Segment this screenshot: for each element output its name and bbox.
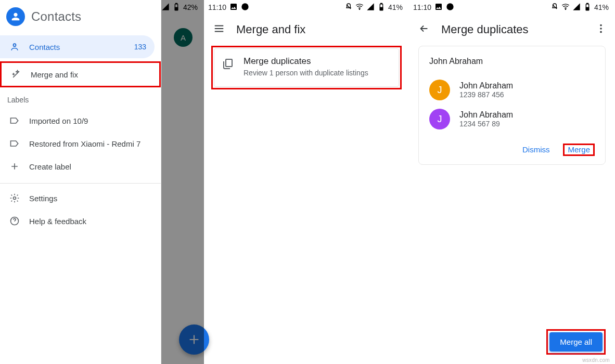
merge-duplicates-highlight: Merge duplicates Review 1 person with du… [211, 46, 402, 89]
copy-icon [222, 56, 234, 77]
label-text: Restored from Xiaomi - Redmi 7 [29, 139, 140, 148]
dnd-icon [344, 3, 353, 12]
svg-point-15 [565, 9, 566, 9]
status-time: 11:10 [413, 3, 431, 11]
nav-label: Merge and fix [31, 70, 78, 79]
screen-title: Merge duplicates [441, 23, 529, 36]
svg-point-5 [14, 44, 16, 46]
label-restored[interactable]: Restored from Xiaomi - Redmi 7 [0, 132, 161, 155]
contact-name: John Abraham [459, 81, 513, 90]
labels-header: Labels [0, 87, 161, 109]
create-label[interactable]: Create label [0, 155, 161, 178]
gear-icon [9, 193, 20, 203]
battery-pct: 41% [388, 3, 403, 11]
contact-phone: 1239 887 456 [459, 90, 513, 99]
navigation-drawer: Contacts Contacts 133 Merge and fix Labe… [0, 0, 161, 364]
wifi-icon [561, 3, 570, 12]
signal-icon [161, 3, 170, 12]
contact-name: John Abraham [459, 110, 513, 120]
signal-icon [366, 3, 375, 12]
card-subtitle: Review 1 person with duplicate listings [244, 69, 368, 77]
screen-1-contacts-drawer: 10:48 42% A Contacts Contacts 133 [0, 0, 204, 364]
merge-highlight: Merge [563, 144, 595, 156]
drawer-title: Contacts [31, 9, 81, 24]
status-time: 11:10 [208, 3, 226, 11]
label-icon [9, 115, 20, 126]
hamburger-menu-icon[interactable] [213, 23, 225, 36]
svg-point-8 [241, 3, 248, 10]
svg-rect-3 [175, 7, 177, 10]
overflow-menu-icon[interactable] [595, 23, 607, 36]
svg-point-14 [446, 3, 453, 10]
battery-pct: 42% [183, 3, 198, 11]
dnd-icon [550, 3, 559, 12]
contacts-count: 133 [134, 43, 146, 51]
svg-point-9 [359, 9, 360, 9]
svg-point-20 [600, 28, 602, 30]
nav-item-settings[interactable]: Settings [0, 187, 161, 210]
nav-item-help[interactable]: Help & feedback [0, 210, 161, 232]
svg-rect-18 [587, 3, 588, 4]
image-icon [434, 3, 443, 12]
duplicate-card: John Abraham J John Abraham 1239 887 456… [418, 46, 606, 165]
merge-all-highlight: Merge all [546, 329, 606, 355]
svg-rect-13 [226, 59, 232, 67]
label-icon [9, 138, 20, 149]
facebook-icon [241, 3, 249, 12]
merge-duplicates-card[interactable]: Merge duplicates Review 1 person with du… [214, 48, 399, 87]
duplicate-person-name: John Abraham [429, 57, 595, 66]
contact-phone: 1234 567 89 [459, 120, 513, 128]
battery-pct: 41% [594, 3, 609, 11]
signal-icon [572, 3, 581, 12]
person-icon [9, 42, 20, 52]
help-icon [9, 216, 20, 226]
nav-item-contacts[interactable]: Contacts 133 [0, 35, 155, 58]
dismiss-button[interactable]: Dismiss [520, 142, 552, 157]
battery-icon [172, 3, 181, 12]
screen-2-merge-and-fix: 11:10 41% Merge and fix Merge duplicates… [204, 0, 409, 364]
label-text: Create label [29, 162, 71, 171]
watermark: wsxdn.com [582, 357, 610, 363]
status-bar: 11:10 41% [409, 0, 615, 15]
drawer-header: Contacts [0, 0, 161, 35]
avatar: J [429, 80, 450, 100]
app-bar: Merge duplicates [409, 15, 615, 46]
plus-icon [9, 161, 20, 172]
svg-point-6 [14, 197, 16, 200]
magic-wand-icon [11, 69, 21, 80]
app-bar: Merge and fix [204, 15, 409, 46]
duplicate-entry-2[interactable]: J John Abraham 1234 567 89 [429, 105, 595, 134]
label-imported[interactable]: Imported on 10/9 [0, 109, 161, 132]
wifi-icon [355, 3, 364, 12]
merge-all-button[interactable]: Merge all [549, 332, 603, 352]
svg-rect-17 [586, 7, 588, 10]
avatar: J [429, 109, 450, 129]
card-title: Merge duplicates [244, 56, 368, 67]
duplicate-entry-1[interactable]: J John Abraham 1239 887 456 [429, 75, 595, 105]
merge-button[interactable]: Merge [566, 142, 592, 157]
add-contact-fab[interactable] [179, 324, 209, 355]
screen-title: Merge and fix [236, 23, 305, 36]
battery-icon [377, 3, 386, 12]
screen-3-merge-duplicates: 11:10 41% Merge duplicates John Abraham … [409, 0, 615, 364]
contacts-logo-icon [6, 7, 25, 26]
svg-rect-11 [380, 7, 382, 10]
nav-label: Settings [29, 194, 57, 203]
svg-rect-12 [381, 3, 382, 4]
account-avatar: A [174, 28, 193, 47]
svg-point-21 [600, 31, 602, 33]
svg-rect-4 [176, 3, 177, 4]
facebook-icon [446, 3, 454, 12]
nav-label: Help & feedback [29, 217, 86, 226]
back-arrow-icon[interactable] [418, 23, 430, 36]
nav-label: Contacts [29, 43, 60, 51]
label-text: Imported on 10/9 [29, 116, 88, 125]
svg-point-19 [600, 24, 602, 27]
image-icon [229, 3, 238, 12]
battery-icon [583, 3, 592, 12]
status-bar: 11:10 41% [204, 0, 409, 15]
nav-item-merge-fix[interactable]: Merge and fix [0, 61, 161, 87]
